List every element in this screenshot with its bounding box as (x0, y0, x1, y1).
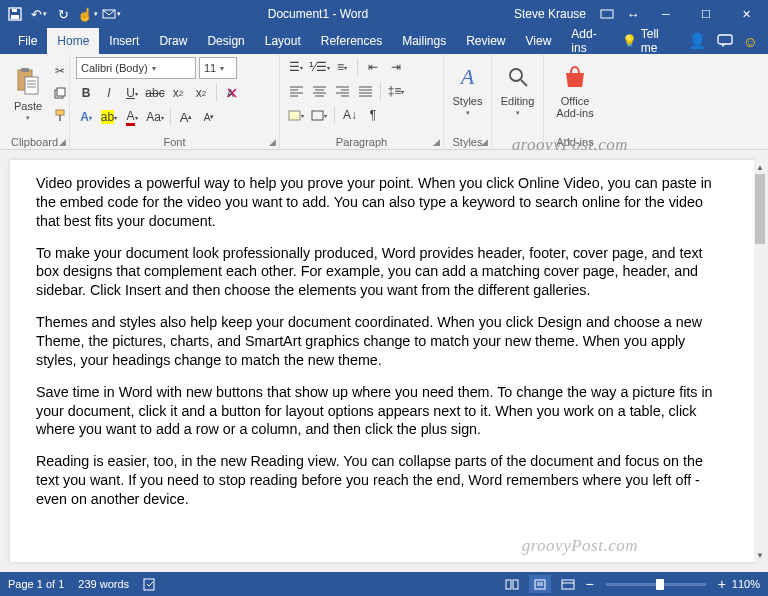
bulb-icon: 💡 (622, 34, 637, 48)
svg-rect-8 (25, 77, 38, 94)
vertical-scrollbar[interactable]: ▲ ▼ (754, 160, 766, 562)
tab-file[interactable]: File (8, 28, 47, 54)
close-button[interactable]: ✕ (728, 0, 764, 28)
document-area: Video provides a powerful way to help yo… (0, 150, 768, 572)
grow-font-icon[interactable]: A▴ (176, 107, 196, 127)
shrink-font-icon[interactable]: A▾ (199, 107, 219, 127)
office-addins-button[interactable]: Office Add-ins (550, 57, 600, 123)
font-size-combo[interactable]: 11▾ (199, 57, 237, 79)
subscript-button[interactable]: x2 (168, 83, 188, 103)
show-marks-icon[interactable]: ¶ (363, 105, 383, 125)
page-indicator[interactable]: Page 1 of 1 (8, 578, 64, 590)
line-spacing-icon[interactable]: ‡≡▾ (386, 81, 406, 101)
tab-review[interactable]: Review (456, 28, 515, 54)
document-title: Document1 - Word (122, 7, 514, 21)
text-effects-icon[interactable]: A▾ (76, 107, 96, 127)
tab-addins[interactable]: Add-ins (561, 28, 621, 54)
save-icon[interactable] (4, 3, 26, 25)
sort-icon[interactable]: A↓ (340, 105, 360, 125)
touch-mode-icon[interactable]: ☝▾ (76, 3, 98, 25)
group-clipboard: Paste ▾ ✂ Clipboard ◢ (0, 54, 70, 149)
scroll-down-icon[interactable]: ▼ (754, 548, 766, 562)
read-mode-icon[interactable] (501, 575, 523, 593)
group-label: Paragraph (280, 136, 443, 148)
print-layout-icon[interactable] (529, 575, 551, 593)
quick-access-toolbar: ↶▾ ↻ ☝▾ ▾ (4, 3, 122, 25)
clear-format-icon[interactable]: A (222, 83, 242, 103)
minimize-button[interactable]: ─ (648, 0, 684, 28)
undo-icon[interactable]: ↶▾ (28, 3, 50, 25)
svg-rect-5 (718, 35, 732, 44)
scroll-up-icon[interactable]: ▲ (754, 160, 766, 174)
svg-text:A: A (227, 88, 234, 99)
status-bar: Page 1 of 1 239 words − + 110% (0, 572, 768, 596)
italic-button[interactable]: I (99, 83, 119, 103)
tab-draw[interactable]: Draw (149, 28, 197, 54)
web-layout-icon[interactable] (557, 575, 579, 593)
justify-icon[interactable] (355, 81, 375, 101)
decrease-indent-icon[interactable]: ⇤ (363, 57, 383, 77)
dialog-launcher-icon[interactable]: ◢ (481, 137, 488, 147)
autofit-icon[interactable]: ↔ (622, 3, 644, 25)
document-page[interactable]: Video provides a powerful way to help yo… (10, 160, 754, 562)
display-options-icon[interactable] (596, 3, 618, 25)
editing-button[interactable]: Editing ▾ (498, 57, 537, 121)
dialog-launcher-icon[interactable]: ◢ (433, 137, 440, 147)
svg-rect-1 (11, 15, 19, 19)
styles-button[interactable]: A Styles ▾ (450, 57, 485, 121)
tab-references[interactable]: References (311, 28, 392, 54)
ribbon: Paste ▾ ✂ Clipboard ◢ Calibri (Body)▾ 11… (0, 54, 768, 150)
format-painter-icon[interactable] (50, 105, 70, 125)
highlight-icon[interactable]: ab▾ (99, 107, 119, 127)
align-right-icon[interactable] (332, 81, 352, 101)
underline-button[interactable]: U▾ (122, 83, 142, 103)
font-color-icon[interactable]: A▾ (122, 107, 142, 127)
tell-me[interactable]: 💡Tell me (622, 27, 678, 55)
maximize-button[interactable]: ☐ (688, 0, 724, 28)
watermark: groovyPost.com (522, 536, 638, 556)
ribbon-tabs: File Home Insert Draw Design Layout Refe… (0, 28, 768, 54)
paragraph: Video provides a powerful way to help yo… (36, 174, 728, 231)
increase-indent-icon[interactable]: ⇥ (386, 57, 406, 77)
bold-button[interactable]: B (76, 83, 96, 103)
group-label: Font (70, 136, 279, 148)
account-icon[interactable]: 👤 (688, 32, 707, 50)
zoom-slider[interactable] (606, 583, 706, 586)
superscript-button[interactable]: x2 (191, 83, 211, 103)
tab-design[interactable]: Design (197, 28, 254, 54)
copy-icon[interactable] (50, 83, 70, 103)
svg-rect-7 (21, 68, 29, 72)
shading-icon[interactable]: ▾ (286, 105, 306, 125)
tab-layout[interactable]: Layout (255, 28, 311, 54)
user-name: Steve Krause (514, 7, 586, 21)
borders-icon[interactable]: ▾ (309, 105, 329, 125)
cut-icon[interactable]: ✂ (50, 61, 70, 81)
smiley-icon[interactable]: ☺ (743, 33, 758, 50)
dialog-launcher-icon[interactable]: ◢ (269, 137, 276, 147)
zoom-out-button[interactable]: − (585, 576, 593, 592)
tab-mailings[interactable]: Mailings (392, 28, 456, 54)
bullets-icon[interactable]: ☰▾ (286, 57, 306, 77)
word-count[interactable]: 239 words (78, 578, 129, 590)
scroll-thumb[interactable] (755, 174, 765, 244)
change-case-icon[interactable]: Aa▾ (145, 107, 165, 127)
svg-rect-37 (144, 579, 154, 590)
numbering-icon[interactable]: ⅟☰▾ (309, 57, 329, 77)
tab-home[interactable]: Home (47, 28, 99, 54)
email-icon[interactable]: ▾ (100, 3, 122, 25)
zoom-in-button[interactable]: + (718, 576, 726, 592)
zoom-level[interactable]: 110% (732, 578, 760, 590)
font-name-combo[interactable]: Calibri (Body)▾ (76, 57, 196, 79)
strike-button[interactable]: abc (145, 83, 165, 103)
dialog-launcher-icon[interactable]: ◢ (59, 137, 66, 147)
redo-icon[interactable]: ↻ (52, 3, 74, 25)
feedback-icon[interactable] (717, 34, 733, 48)
paste-button[interactable]: Paste ▾ (6, 57, 50, 131)
align-center-icon[interactable] (309, 81, 329, 101)
proofing-icon[interactable] (143, 577, 159, 591)
tab-insert[interactable]: Insert (99, 28, 149, 54)
align-left-icon[interactable] (286, 81, 306, 101)
multilevel-icon[interactable]: ≡▾ (332, 57, 352, 77)
svg-rect-34 (312, 111, 323, 120)
tab-view[interactable]: View (516, 28, 562, 54)
